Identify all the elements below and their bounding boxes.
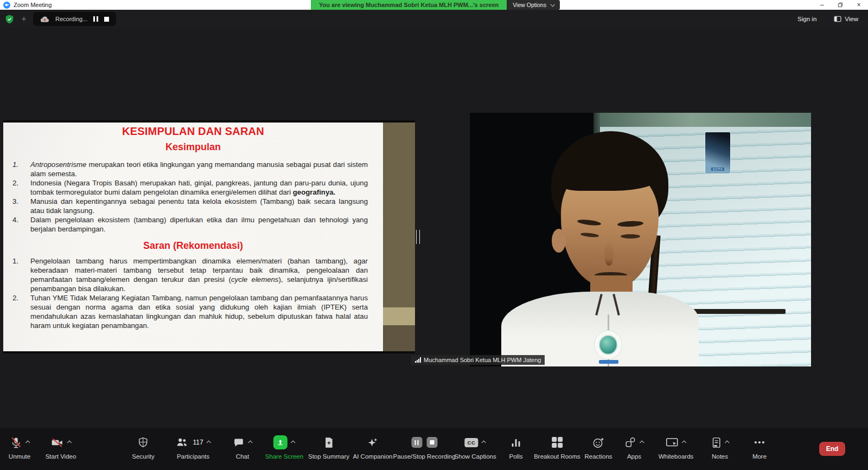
list-item: 2. Tuhan YME Tidak Melarang Kegiatan Tam… — [3, 293, 383, 330]
video-options-chevron[interactable] — [67, 440, 72, 445]
presentation-slide: KESIMPULAN DAN SARAN Kesimpulan 1. Antro… — [3, 123, 383, 351]
window-title: Zoom Meeting — [14, 2, 52, 8]
slide-section-kesimpulan: Kesimpulan — [3, 141, 383, 153]
summary-doc-icon — [323, 436, 334, 449]
meeting-topbar: Recording... Sign in View — [0, 10, 868, 28]
toolbar-stop-summary[interactable]: Stop Summary — [308, 435, 349, 460]
apps-chevron[interactable] — [640, 440, 644, 445]
signal-strength-icon — [415, 357, 421, 363]
pause-recording-icon[interactable] — [93, 16, 98, 22]
slide-edge-column — [383, 123, 415, 351]
participants-chevron[interactable] — [207, 440, 211, 445]
toolbar-apps[interactable]: Apps — [624, 435, 644, 460]
notes-chevron[interactable] — [725, 440, 729, 445]
shield-icon — [137, 436, 149, 448]
close-button[interactable]: × — [850, 0, 868, 10]
more-icon — [755, 441, 764, 443]
zoom-meeting-window: Zoom Meeting You are viewing Muchammad S… — [0, 0, 868, 470]
restore-button[interactable] — [831, 0, 850, 10]
wall-bracket — [687, 309, 786, 314]
toolbar-more[interactable]: More — [752, 435, 767, 460]
captions-icon: CC — [464, 438, 478, 447]
recording-pill: Recording... — [33, 12, 116, 26]
toolbar-show-captions[interactable]: CC Show Captions — [454, 435, 496, 460]
end-meeting-button[interactable]: End — [819, 442, 845, 456]
ai-companion-icon — [367, 436, 379, 449]
toolbar-unmute[interactable]: Unmute — [9, 435, 30, 460]
whiteboards-chevron[interactable] — [682, 440, 686, 445]
stop-recording-icon[interactable] — [104, 17, 109, 22]
ai-sparkle-icon[interactable] — [20, 15, 28, 23]
reactions-icon — [592, 436, 604, 449]
cloud-recording-icon — [40, 16, 49, 23]
slide-title: KESIMPULAN DAN SARAN — [3, 125, 383, 138]
polls-icon — [512, 438, 520, 447]
toolbar-reactions[interactable]: Reactions — [584, 435, 612, 460]
pause-icon[interactable] — [411, 437, 422, 448]
toolbar-ai-companion[interactable]: AI Companion — [353, 435, 393, 460]
participant-video: CCTV — [470, 113, 811, 366]
jacket-logo — [595, 331, 622, 359]
list-item: 1. Pengelolaan tambang harus mempertimba… — [3, 256, 383, 293]
cctv-poster: CCTV — [705, 132, 730, 173]
chat-chevron[interactable] — [248, 440, 252, 445]
layout-grid-icon — [834, 16, 841, 22]
share-screen-icon — [273, 435, 288, 449]
chevron-down-icon — [550, 2, 554, 7]
participants-count: 117 — [193, 439, 203, 446]
mic-muted-icon — [10, 436, 22, 449]
view-options-button[interactable]: View Options — [507, 0, 560, 10]
zoom-app-icon — [3, 2, 10, 9]
toolbar-chat[interactable]: Chat — [233, 435, 252, 460]
list-item: 4. Dalam pengelolaan ekosistem (tambang)… — [3, 215, 383, 234]
captions-chevron[interactable] — [482, 440, 486, 445]
shared-screen-pane: KESIMPULAN DAN SARAN Kesimpulan 1. Antro… — [3, 120, 415, 353]
toolbar-breakout-rooms[interactable]: Breakout Rooms — [534, 435, 580, 460]
list-item: 1. Antroposentrisme merupakan teori etik… — [3, 160, 383, 178]
slide-section-saran: Saran (Rekomendasi) — [3, 240, 383, 252]
toolbar-whiteboards[interactable]: Whiteboards — [659, 435, 694, 460]
encryption-shield-icon[interactable] — [4, 14, 15, 24]
toolbar-start-video[interactable]: Start Video — [46, 435, 76, 460]
meeting-toolbar: Unmute Start Video Security 117 Particip… — [0, 428, 868, 470]
stop-icon[interactable] — [426, 437, 437, 448]
camera-muted-icon — [50, 436, 64, 449]
unmute-options-chevron[interactable] — [25, 440, 30, 445]
recording-status: Recording... — [55, 16, 87, 22]
list-item: 2. Indonesia (Negara Tropis Basah) merup… — [3, 178, 383, 197]
minimize-button[interactable]: – — [813, 0, 831, 10]
toolbar-share-screen[interactable]: Share Screen — [265, 435, 303, 460]
list-item: 3. Manusia dan kepentingannya sebagai pe… — [3, 197, 383, 215]
view-layout-button[interactable]: View — [831, 14, 861, 24]
toolbar-notes[interactable]: Notes — [711, 435, 729, 460]
whiteboards-icon — [666, 437, 679, 448]
titlebar: Zoom Meeting You are viewing Muchammad S… — [0, 0, 868, 10]
toolbar-participants[interactable]: 117 Participants — [175, 435, 210, 460]
breakout-rooms-icon — [552, 437, 563, 448]
apps-icon — [624, 436, 636, 448]
participant-name-label: Muchammad Sobri Ketua MLH PWM Jateng — [411, 355, 545, 365]
notes-icon — [711, 436, 722, 449]
scrollbar-thumb[interactable] — [416, 230, 420, 244]
viewing-screen-banner: You are viewing Muchammad Sobri Ketua ML… — [311, 0, 507, 10]
chat-icon — [233, 437, 245, 448]
toolbar-security[interactable]: Security — [132, 435, 155, 460]
toolbar-pause-stop-recording[interactable]: Pause/Stop Recording — [393, 435, 455, 460]
sign-in-button[interactable]: Sign in — [793, 14, 821, 24]
share-options-chevron[interactable] — [291, 440, 295, 445]
toolbar-polls[interactable]: Polls — [509, 435, 523, 460]
participants-icon — [175, 436, 188, 448]
